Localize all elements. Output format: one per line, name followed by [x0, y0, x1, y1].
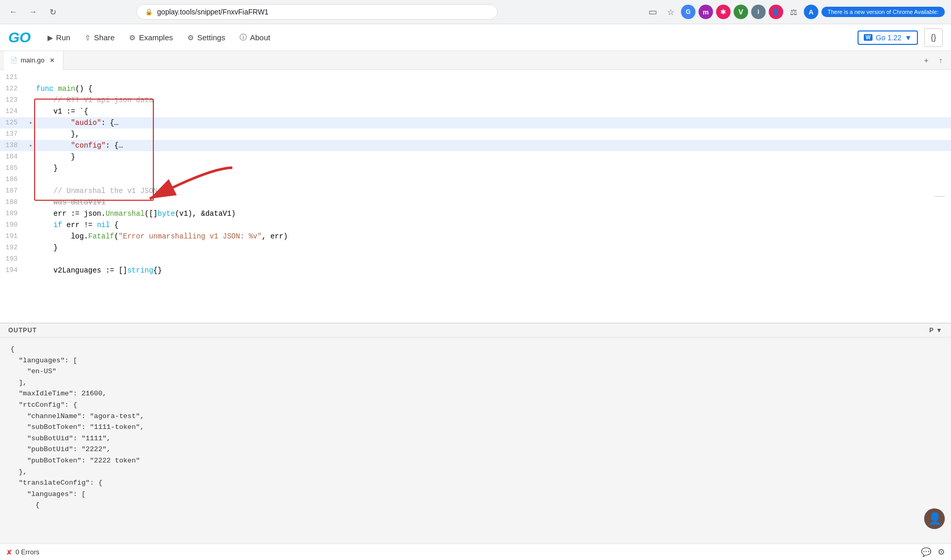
- share-icon: ⇧: [85, 34, 91, 42]
- app-header: GO ▶ Run ⇧ Share ⚙ Examples ⚙ Settings ⓘ…: [0, 24, 951, 51]
- code-line-193: 193: [0, 253, 951, 265]
- user-avatar: 👤: [924, 508, 945, 529]
- output-section: OUTPUT P ▼ { "languages": [ "en-US" ], "…: [0, 323, 951, 560]
- extension-v[interactable]: V: [734, 5, 748, 19]
- browser-chrome: ← → ↻ 🔒 goplay.tools/snippet/FnxvFiaFRW1…: [0, 0, 951, 24]
- code-line-192: 192 }: [0, 242, 951, 253]
- status-bar: ✘ 0 Errors 💬 ⚙: [0, 543, 951, 560]
- main-go-tab[interactable]: 📄 main.go ✕: [4, 51, 64, 70]
- examples-label: Examples: [139, 33, 173, 42]
- bookmark-icon[interactable]: ☆: [663, 5, 678, 19]
- output-header: OUTPUT P ▼: [0, 324, 951, 338]
- error-count: ✘ 0 Errors: [6, 548, 39, 556]
- output-content: { "languages": [ "en-US" ], "maxIdleTime…: [0, 338, 951, 517]
- lock-icon: 🔒: [145, 8, 153, 15]
- highlight-box: [34, 99, 154, 201]
- format-button[interactable]: {}: [924, 28, 943, 47]
- profile-circle[interactable]: A: [804, 5, 818, 19]
- translate-icon[interactable]: G: [681, 5, 695, 19]
- tab-bar: 📄 main.go ✕ + ↑: [0, 51, 951, 70]
- code-line-122: 122 func main() {: [0, 83, 951, 94]
- examples-icon: ⚙: [129, 34, 136, 42]
- nav-items: ▶ Run ⇧ Share ⚙ Examples ⚙ Settings ⓘ Ab…: [41, 30, 277, 45]
- settings-button[interactable]: ⚙ Settings: [181, 30, 231, 45]
- chevron-down-icon: ▼: [905, 34, 912, 42]
- code-line-191: 191 log.Fatalf("Error unmarshalling v1 J…: [0, 231, 951, 242]
- error-icon: ✘: [6, 548, 12, 556]
- tab-close-button[interactable]: ✕: [47, 56, 57, 65]
- examples-button[interactable]: ⚙ Examples: [123, 30, 179, 45]
- go-logo-text: GO: [8, 29, 31, 46]
- extension-asterisk[interactable]: ✱: [716, 5, 731, 19]
- about-label: About: [250, 33, 270, 42]
- reload-button[interactable]: ↻: [45, 5, 60, 19]
- about-icon: ⓘ: [240, 33, 247, 42]
- tab-name: main.go: [21, 56, 44, 64]
- code-line-121: 121: [0, 72, 951, 83]
- extension-puzzle[interactable]: ⚖: [786, 5, 801, 19]
- share-button[interactable]: ⇧ Share: [78, 30, 121, 45]
- profile-avatar[interactable]: 👤: [769, 5, 783, 19]
- tab-actions: + ↑: [920, 54, 947, 67]
- code-line-194: 194 v2Languages := []string{}: [0, 265, 951, 276]
- expand-button[interactable]: ↑: [934, 54, 947, 67]
- url-text: goplay.tools/snippet/FnxvFiaFRW1: [157, 8, 268, 16]
- chevron-down-icon: ▼: [936, 327, 943, 334]
- address-bar[interactable]: 🔒 goplay.tools/snippet/FnxvFiaFRW1: [136, 4, 498, 20]
- run-label: Run: [56, 33, 71, 42]
- profile-icon-m[interactable]: m: [699, 5, 713, 19]
- status-right: 💬 ⚙: [921, 547, 945, 557]
- settings-icon: ⚙: [187, 34, 194, 42]
- settings-status-icon[interactable]: ⚙: [938, 547, 945, 557]
- version-selector[interactable]: W Go 1.22 ▼: [858, 30, 918, 45]
- new-tab-button[interactable]: +: [920, 54, 932, 67]
- version-icon: W: [864, 34, 873, 41]
- forward-button[interactable]: →: [26, 5, 40, 19]
- browser-toolbar: ← → ↻ 🔒 goplay.tools/snippet/FnxvFiaFRW1…: [0, 0, 951, 24]
- cast-icon[interactable]: ▭: [646, 5, 660, 19]
- back-button[interactable]: ←: [6, 5, 21, 19]
- settings-label: Settings: [197, 33, 225, 42]
- go-logo: GO: [8, 29, 31, 46]
- version-text: Go 1.22: [876, 34, 901, 42]
- editor-area[interactable]: 121 122 func main() { 123 // RTT V1 api …: [0, 70, 951, 323]
- error-label: 0 Errors: [15, 548, 39, 556]
- header-right: W Go 1.22 ▼ {}: [858, 28, 943, 47]
- output-p-button[interactable]: P ▼: [929, 327, 943, 334]
- chat-icon[interactable]: 💬: [921, 547, 931, 557]
- code-line-190: 190 if err != nil {: [0, 219, 951, 231]
- share-label: Share: [94, 33, 115, 42]
- extension-circle[interactable]: i: [751, 5, 766, 19]
- about-button[interactable]: ⓘ About: [233, 30, 276, 45]
- run-icon: ▶: [47, 34, 53, 42]
- run-button[interactable]: ▶ Run: [41, 30, 77, 45]
- file-icon: 📄: [10, 57, 18, 63]
- chrome-update-banner[interactable]: There is a new version of Chrome Availab…: [821, 7, 945, 17]
- code-line-189: 189 err := json.Unmarshal([]byte(v1), &d…: [0, 208, 951, 219]
- output-p-label: P: [929, 327, 934, 334]
- browser-extensions: ▭ ☆ G m ✱ V i 👤 ⚖ A There is a new versi…: [646, 5, 945, 19]
- scrollbar-indicator: [934, 196, 945, 197]
- output-label: OUTPUT: [8, 327, 37, 334]
